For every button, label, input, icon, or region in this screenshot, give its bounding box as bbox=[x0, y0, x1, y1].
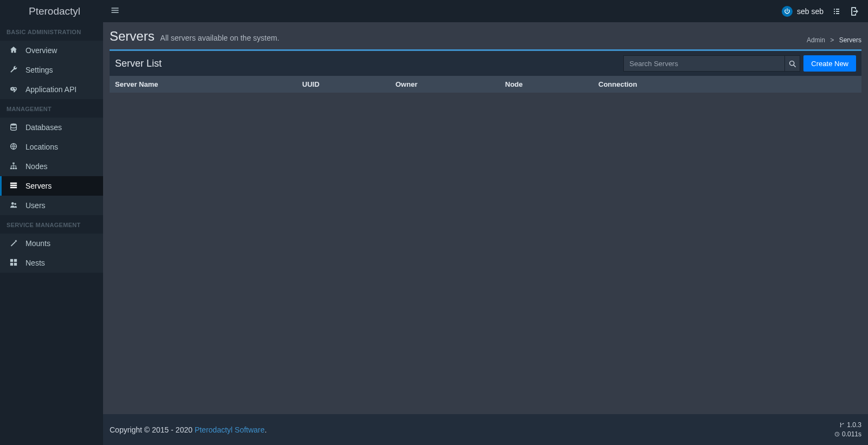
grid-icon bbox=[9, 259, 18, 268]
menu-toggle-icon[interactable] bbox=[111, 7, 119, 16]
footer-link[interactable]: Pterodactyl Software bbox=[195, 425, 265, 434]
avatar bbox=[782, 6, 793, 17]
sidebar-item-label: Users bbox=[25, 201, 46, 210]
sidebar-item-label: Overview bbox=[25, 46, 57, 55]
link-icon bbox=[9, 85, 18, 94]
wrench-icon bbox=[9, 66, 18, 75]
topbar-actions: seb seb bbox=[782, 6, 858, 17]
brand-logo[interactable]: Pterodactyl bbox=[0, 0, 103, 22]
sidebar-item-appapi[interactable]: Application API bbox=[0, 80, 103, 99]
svg-rect-8 bbox=[10, 182, 17, 184]
page-header: Servers All servers available on the sys… bbox=[103, 22, 868, 49]
svg-rect-5 bbox=[10, 167, 12, 169]
footer-stats: 1.0.3 0.011s bbox=[834, 421, 861, 439]
box-header: Server List Create New bbox=[110, 51, 861, 76]
box-title: Server List bbox=[115, 58, 162, 69]
users-icon bbox=[9, 201, 18, 210]
database-icon bbox=[9, 123, 18, 132]
sidebar-item-databases[interactable]: Databases bbox=[0, 118, 103, 137]
server-list-box: Server List Create New Server Name UUID … bbox=[110, 49, 861, 93]
home-icon bbox=[9, 46, 18, 55]
svg-point-12 bbox=[14, 203, 16, 205]
footer-version-text: 1.0.3 bbox=[847, 421, 861, 429]
breadcrumb-sep: > bbox=[830, 36, 834, 44]
box-tools: Create New bbox=[623, 55, 856, 72]
footer-copy-prefix: Copyright © 2015 - 2020 bbox=[110, 425, 195, 434]
list-icon[interactable] bbox=[832, 7, 841, 16]
svg-point-2 bbox=[11, 123, 17, 125]
breadcrumb-current: Servers bbox=[839, 36, 861, 44]
globe-icon bbox=[9, 143, 18, 152]
sidebar-item-settings[interactable]: Settings bbox=[0, 60, 103, 80]
sidebar-item-overview[interactable]: Overview bbox=[0, 41, 103, 60]
svg-rect-7 bbox=[15, 167, 17, 169]
sidebar-item-servers[interactable]: Servers bbox=[0, 176, 103, 196]
col-server-name: Server Name bbox=[115, 80, 302, 88]
svg-point-11 bbox=[11, 202, 14, 205]
magic-icon bbox=[9, 239, 18, 248]
logout-icon[interactable] bbox=[850, 7, 858, 16]
svg-rect-10 bbox=[10, 186, 17, 188]
svg-rect-15 bbox=[10, 262, 13, 265]
breadcrumb-admin[interactable]: Admin bbox=[807, 36, 825, 44]
branch-icon bbox=[839, 422, 845, 428]
user-menu[interactable]: seb seb bbox=[782, 6, 824, 17]
table-header-row: Server Name UUID Owner Node Connection bbox=[110, 76, 861, 93]
sidebar-item-label: Nodes bbox=[25, 162, 47, 171]
col-connection: Connection bbox=[598, 80, 856, 88]
sidebar-item-label: Nests bbox=[25, 259, 45, 267]
col-uuid: UUID bbox=[302, 80, 395, 88]
col-owner: Owner bbox=[395, 80, 505, 88]
clock-icon bbox=[834, 431, 840, 437]
svg-rect-16 bbox=[14, 262, 17, 265]
sidebar-item-locations[interactable]: Locations bbox=[0, 137, 103, 157]
breadcrumb: Admin > Servers bbox=[807, 36, 861, 44]
footer-version: 1.0.3 bbox=[834, 421, 861, 430]
footer-copy: Copyright © 2015 - 2020 Pterodactyl Soft… bbox=[110, 425, 267, 434]
footer-copy-suffix: . bbox=[265, 425, 267, 434]
sidebar-item-label: Servers bbox=[25, 182, 52, 190]
col-node: Node bbox=[505, 80, 598, 88]
footer-time-text: 0.011s bbox=[842, 430, 861, 438]
sitemap-icon bbox=[9, 162, 18, 171]
sidebar-header-basic: BASIC ADMINISTRATION bbox=[0, 22, 103, 41]
topbar-right: seb seb bbox=[103, 6, 868, 17]
content: Servers All servers available on the sys… bbox=[103, 22, 868, 445]
search-input[interactable] bbox=[623, 55, 785, 72]
sidebar-header-svc: SERVICE MANAGEMENT bbox=[0, 215, 103, 234]
sidebar-item-users[interactable]: Users bbox=[0, 196, 103, 215]
sidebar-item-label: Settings bbox=[25, 66, 53, 74]
page-title-text: Servers bbox=[110, 29, 155, 43]
page-subtitle: All servers available on the system. bbox=[160, 34, 279, 42]
sidebar: BASIC ADMINISTRATION Overview Settings A… bbox=[0, 22, 103, 445]
topbar: Pterodactyl seb seb bbox=[0, 0, 868, 22]
sidebar-item-label: Locations bbox=[25, 143, 58, 151]
create-new-button[interactable]: Create New bbox=[803, 55, 856, 72]
sidebar-item-nests[interactable]: Nests bbox=[0, 253, 103, 273]
svg-rect-6 bbox=[12, 167, 15, 169]
sidebar-item-label: Databases bbox=[25, 123, 62, 132]
sidebar-header-mgmt: MANAGEMENT bbox=[0, 99, 103, 118]
sidebar-item-label: Mounts bbox=[25, 239, 50, 248]
search-button[interactable] bbox=[785, 55, 800, 72]
svg-rect-14 bbox=[14, 259, 17, 261]
svg-rect-4 bbox=[12, 162, 15, 164]
page-title: Servers All servers available on the sys… bbox=[110, 29, 279, 44]
sidebar-item-label: Application API bbox=[25, 85, 76, 94]
server-icon bbox=[9, 182, 18, 191]
sidebar-item-mounts[interactable]: Mounts bbox=[0, 234, 103, 253]
svg-rect-13 bbox=[10, 259, 13, 261]
footer-time: 0.011s bbox=[834, 430, 861, 439]
username-label: seb seb bbox=[797, 7, 824, 16]
search-icon bbox=[789, 60, 796, 67]
power-icon bbox=[784, 8, 790, 15]
svg-rect-9 bbox=[10, 184, 17, 186]
sidebar-item-nodes[interactable]: Nodes bbox=[0, 157, 103, 176]
footer: Copyright © 2015 - 2020 Pterodactyl Soft… bbox=[103, 414, 868, 445]
